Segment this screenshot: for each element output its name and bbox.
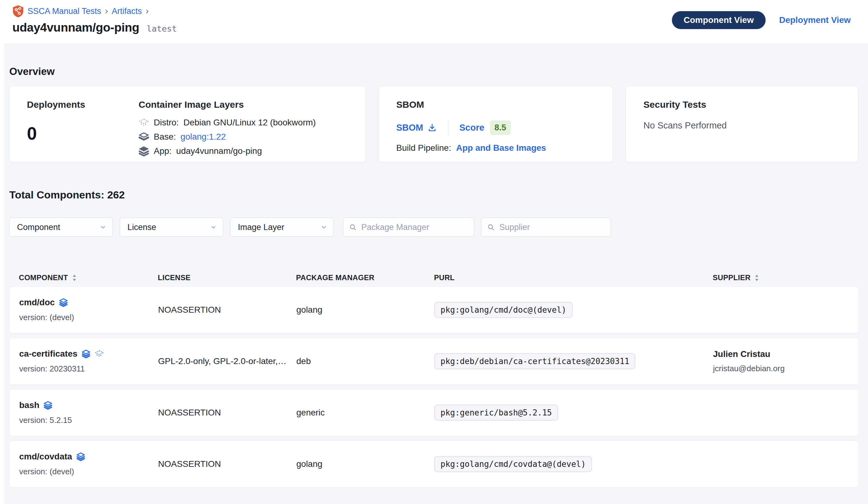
overview-heading: Overview	[9, 65, 859, 78]
search-icon	[487, 223, 495, 231]
distro-layer-row: Distro: Debian GNU/Linux 12 (bookworm)	[138, 115, 316, 130]
package-manager-cell: generic	[296, 408, 434, 417]
column-header-component: COMPONENT	[19, 273, 68, 282]
component-name: ca-certificates	[19, 349, 78, 359]
deployments-count: 0	[27, 123, 138, 144]
download-icon[interactable]	[427, 123, 437, 132]
container-image-layers-title: Container Image Layers	[138, 99, 316, 110]
layers-filled-icon	[43, 401, 53, 410]
chevron-down-icon	[210, 224, 217, 231]
package-manager-search	[343, 218, 474, 237]
purl-badge: pkg:deb/debian/ca-certificates@20230311	[434, 353, 636, 369]
distro-label: Distro:	[154, 118, 179, 128]
app-value: uday4vunnam/go-ping	[176, 146, 262, 156]
column-header-package-manager: PACKAGE MANAGER	[296, 273, 374, 282]
distro-value: Debian GNU/Linux 12 (bookworm)	[184, 118, 316, 128]
component-version: version: (devel)	[19, 313, 158, 322]
build-pipeline-link[interactable]: App and Base Images	[456, 143, 546, 153]
chevron-down-icon	[320, 224, 327, 231]
deployment-view-link[interactable]: Deployment View	[779, 15, 851, 25]
sort-arrows-icon[interactable]	[755, 274, 759, 281]
license-cell: NOASSERTION	[158, 459, 296, 469]
component-version: version: (devel)	[19, 467, 158, 476]
deployments-and-layers-card: Deployments 0 Container Image Layers Dis…	[9, 86, 366, 162]
table-row[interactable]: bash version: 5.2.15 NOASSERTION generic…	[9, 389, 859, 436]
column-header-purl: PURL	[434, 273, 455, 282]
component-name: cmd/doc	[19, 298, 55, 308]
purl-badge: pkg:golang/cmd/covdata@(devel)	[434, 456, 592, 472]
table-row[interactable]: ca-certificates version: 20230311	[9, 338, 859, 385]
artifact-tag-latest: latest	[147, 24, 177, 33]
breadcrumb-link-artifacts[interactable]: Artifacts	[112, 7, 142, 16]
license-cell: NOASSERTION	[158, 408, 296, 417]
app-label: App:	[154, 146, 172, 156]
component-version: version: 5.2.15	[19, 415, 158, 425]
component-filter-label: Component	[17, 223, 60, 232]
sbom-score-badge: 8.5	[490, 120, 511, 135]
column-header-license: LICENSE	[158, 273, 190, 282]
layers-filled-icon	[81, 349, 91, 359]
base-layer-row: Base: golang:1.22	[138, 130, 316, 144]
breadcrumb-link-project[interactable]: SSCA Manual Tests	[28, 7, 101, 16]
license-cell: NOASSERTION	[158, 305, 296, 315]
sbom-download-link[interactable]: SBOM	[396, 123, 437, 133]
shield-supply-chain-icon	[12, 5, 24, 18]
main-content: Overview Deployments 0 Container Image L…	[0, 65, 868, 487]
total-components-heading: Total Components: 262	[9, 189, 859, 201]
layers-filled-icon	[76, 452, 85, 461]
supplier-email: jcristau@debian.org	[713, 364, 858, 373]
component-view-button[interactable]: Component View	[672, 11, 766, 29]
app-layer-icon	[138, 146, 149, 157]
component-name: cmd/covdata	[19, 452, 72, 462]
component-filter-select[interactable]: Component	[9, 218, 113, 237]
image-layer-filter-label: Image Layer	[238, 223, 284, 232]
security-tests-card: Security Tests No Scans Performed	[626, 86, 858, 162]
sbom-card-title: SBOM	[396, 99, 595, 110]
divider	[448, 121, 448, 135]
purl-badge: pkg:generic/bash@5.2.15	[434, 405, 558, 421]
sbom-card: SBOM SBOM Score 8.5 Build Pipeline: App …	[379, 86, 613, 162]
page-title: uday4vunnam/go-ping	[12, 21, 139, 34]
package-manager-cell: golang	[296, 305, 434, 315]
overview-cards: Deployments 0 Container Image Layers Dis…	[9, 86, 859, 162]
table-row[interactable]: cmd/covdata version: (devel) NOASSERTION…	[9, 441, 859, 487]
license-filter-label: License	[127, 223, 156, 232]
build-pipeline-label: Build Pipeline:	[396, 143, 451, 153]
license-filter-select[interactable]: License	[120, 218, 223, 237]
supplier-name: Julien Cristau	[713, 349, 858, 359]
package-manager-cell: deb	[296, 356, 434, 366]
license-cell: GPL-2.0-only, GPL-2.0-or-later, M...	[158, 356, 296, 366]
layers-filled-icon	[59, 298, 68, 307]
filters-bar: Component License Image Layer	[9, 218, 859, 237]
chevron-down-icon	[100, 224, 106, 231]
deployments-title: Deployments	[27, 99, 138, 110]
component-name: bash	[19, 400, 39, 410]
supplier-search	[481, 218, 611, 237]
package-manager-cell: golang	[296, 459, 434, 469]
search-icon	[349, 223, 357, 231]
base-image-link[interactable]: golang:1.22	[180, 132, 226, 142]
package-manager-search-input[interactable]	[361, 223, 468, 232]
table-row[interactable]: cmd/doc version: (devel) NOASSERTION gol…	[9, 286, 859, 333]
app-layer-row: App: uday4vunnam/go-ping	[138, 144, 316, 158]
base-layer-icon	[138, 132, 149, 142]
sort-arrows-icon[interactable]	[72, 274, 76, 281]
left-edge-strip	[0, 43, 4, 504]
security-tests-title: Security Tests	[643, 99, 841, 110]
sbom-download-label: SBOM	[396, 123, 423, 133]
breadcrumb-separator: ›	[105, 6, 108, 17]
layers-dashed-icon	[95, 349, 104, 359]
base-label: Base:	[154, 132, 176, 142]
supplier-search-input[interactable]	[499, 223, 605, 232]
breadcrumb-separator: ›	[146, 6, 149, 17]
view-toggle: Component View Deployment View	[672, 11, 851, 29]
sbom-score-label: Score	[459, 123, 484, 133]
purl-badge: pkg:golang/cmd/doc@(devel)	[434, 302, 572, 318]
column-header-supplier: SUPPLIER	[713, 273, 751, 282]
image-layer-filter-select[interactable]: Image Layer	[230, 218, 334, 237]
security-tests-status: No Scans Performed	[643, 120, 841, 131]
component-version: version: 20230311	[19, 364, 158, 374]
table-header-row: COMPONENT LICENSE PACKAGE MANAGER PURL S…	[9, 273, 859, 282]
page-header: SSCA Manual Tests › Artifacts › uday4vun…	[0, 0, 868, 43]
distro-layer-icon	[138, 117, 149, 128]
